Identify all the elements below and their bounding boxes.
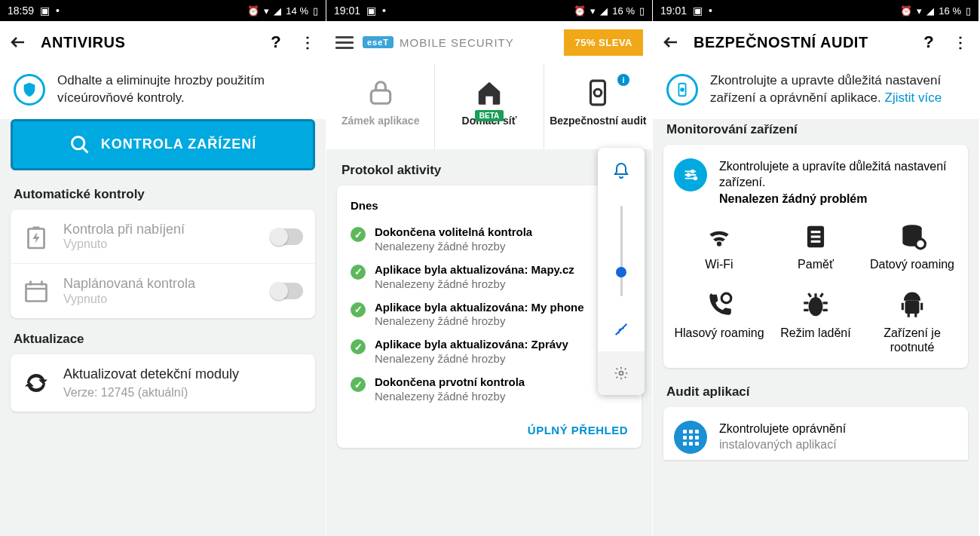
grid-item-debug[interactable]: Režim ladění (770, 291, 861, 354)
lock-icon (366, 78, 395, 107)
learn-more-link[interactable]: Zjistit více (885, 90, 942, 105)
info-row: Odhalte a eliminujte hrozby použitím víc… (0, 63, 326, 119)
svg-rect-14 (811, 235, 821, 237)
slider-thumb[interactable] (616, 267, 626, 277)
help-icon[interactable]: ? (920, 33, 938, 51)
app-bar: eseT MOBILE SECURITY 75% SLEVA (326, 21, 652, 63)
shield-icon (14, 74, 45, 106)
status-battery: 16 % (612, 5, 635, 17)
vertical-slider[interactable] (598, 194, 645, 308)
page-title: BEZPEČNOSTNÍ AUDIT (694, 34, 906, 51)
activity-item[interactable]: Dokončena volitelná kontrola Nenalezeny … (351, 225, 639, 253)
dot-icon: • (709, 5, 712, 17)
settings-button[interactable] (598, 351, 645, 395)
activity-item[interactable]: Aplikace byla aktualizována: My phone Ne… (351, 301, 639, 328)
apps-audit-card[interactable]: Zkontrolujete oprávnění instalovaných ap… (663, 407, 968, 460)
toggle-switch[interactable] (271, 283, 303, 299)
status-time: 18:59 (8, 5, 34, 17)
svg-point-6 (620, 372, 623, 375)
status-battery: 14 % (286, 5, 308, 17)
menu-icon[interactable] (335, 36, 354, 49)
status-time: 19:01 (660, 5, 687, 17)
grid-item-voice-roaming[interactable]: Hlasový roaming (674, 291, 764, 354)
check-icon (351, 339, 366, 354)
wifi-icon: ▾ (264, 5, 269, 17)
app-bar: BEZPEČNOSTNÍ AUDIT ? ⋮ (653, 21, 978, 63)
alarm-icon: ⏰ (574, 5, 586, 17)
activity-item[interactable]: Dokončena prvotní kontrola Nenalezeny žá… (351, 375, 639, 403)
toggle-sub: Vypnuto (63, 293, 258, 306)
toggle-scheduled-scan[interactable]: Naplánovaná kontrola Vypnuto (11, 264, 315, 318)
screen-antivirus: 18:59 ▣ • ⏰ ▾ ◢ 14 % ▯ ANTIVIRUS ? ⋮ Odh… (0, 0, 326, 536)
grid-item-wifi[interactable]: Wi-Fi (674, 222, 764, 271)
update-sub: Verze: 12745 (aktuální) (63, 386, 239, 400)
help-icon[interactable]: ? (267, 33, 285, 51)
toggle-title: Kontrola při nabíjení (63, 222, 258, 238)
home-icon (475, 78, 504, 107)
svg-point-0 (72, 136, 84, 149)
bell-button[interactable] (598, 148, 645, 194)
more-icon[interactable]: ⋮ (951, 33, 969, 51)
more-icon[interactable]: ⋮ (299, 33, 317, 51)
svg-rect-4 (591, 81, 605, 105)
toggle-switch[interactable] (271, 228, 303, 245)
android-icon (898, 291, 926, 320)
grid-label: Datový roaming (870, 257, 954, 271)
grid-item-memory[interactable]: Paměť (770, 222, 861, 271)
status-bar: 18:59 ▣ • ⏰ ▾ ◢ 14 % ▯ (0, 0, 326, 21)
wifi-icon: ▾ (917, 5, 922, 17)
screen-home: 19:01 ▣ • ⏰ ▾ ◢ 16 % ▯ eseT MOBILE SECUR… (326, 0, 653, 536)
image-icon: ▣ (693, 5, 703, 17)
grid-label: Zařízení je rootnuté (867, 326, 957, 354)
grid-item-data-roaming[interactable]: Datový roaming (867, 222, 957, 271)
apps-audit-l2: instalovaných aplikací (719, 437, 846, 453)
back-icon[interactable] (662, 33, 680, 51)
tab-app-lock[interactable]: Zámek aplikace (326, 63, 435, 149)
info-text: Zkontrolujte a upravte důležitá nastaven… (710, 72, 965, 107)
audit-icon (666, 74, 698, 106)
mute-button[interactable] (598, 308, 645, 351)
beta-badge: BETA (475, 110, 504, 121)
back-icon[interactable] (9, 33, 27, 51)
svg-point-10 (687, 173, 690, 176)
gear-icon (614, 366, 629, 381)
phone-globe-icon (705, 291, 733, 320)
grid-item-root[interactable]: Zařízení je rootnuté (867, 291, 957, 354)
signal-icon: ◢ (600, 5, 608, 17)
grid-label: Wi-Fi (705, 257, 733, 271)
tab-label: Bezpečnostní audit (547, 115, 649, 127)
toggle-charging-scan[interactable]: Kontrola při nabíjení Vypnuto (11, 210, 315, 265)
svg-point-18 (721, 293, 731, 303)
svg-rect-3 (371, 90, 390, 103)
section-heading-monitor: Monitorování zařízení (653, 119, 978, 145)
full-overview-link[interactable]: ÚPLNÝ PŘEHLED (528, 424, 628, 436)
update-card[interactable]: Aktualizovat detekční moduly Verze: 1274… (11, 354, 315, 412)
alarm-icon: ⏰ (247, 5, 259, 17)
tab-home-network[interactable]: BETA Domácí síť (435, 63, 544, 149)
wifi-icon: ▾ (590, 5, 596, 17)
signal-icon: ◢ (274, 5, 281, 17)
refresh-icon (23, 369, 50, 397)
promo-badge[interactable]: 75% SLEVA (564, 29, 643, 56)
info-text: Odhalte a eliminujte hrozby použitím víc… (57, 72, 312, 107)
scan-button[interactable]: KONTROLA ZAŘÍZENÍ (11, 119, 315, 170)
activity-day: Dnes (351, 199, 639, 212)
apps-audit-l1: Zkontrolujete oprávnění (719, 421, 846, 437)
svg-rect-2 (26, 284, 47, 302)
brand-eset: eseT (363, 36, 394, 48)
alarm-icon: ⏰ (900, 5, 912, 17)
activity-title: Dokončena prvotní kontrola (375, 375, 595, 390)
tab-security-audit[interactable]: i Bezpečnostní audit (544, 63, 652, 149)
check-icon (351, 377, 366, 392)
activity-item[interactable]: Aplikace byla aktualizována: Mapy.cz Nen… (351, 263, 639, 290)
battery-icon: ▯ (966, 5, 971, 17)
activity-item[interactable]: Aplikace byla aktualizována: Zprávy Nena… (351, 338, 639, 365)
screen-audit: 19:01 ▣ • ⏰ ▾ ◢ 16 % ▯ BEZPEČNOSTNÍ AUDI… (653, 0, 979, 536)
check-icon (351, 265, 366, 280)
svg-point-17 (916, 239, 926, 249)
monitor-desc: Zkontrolujete a upravíte důležitá nastav… (719, 158, 957, 191)
tab-label: Zámek aplikace (338, 115, 423, 127)
check-icon (351, 302, 366, 317)
signal-icon: ◢ (926, 5, 934, 17)
tabs: Zámek aplikace BETA Domácí síť i Bezpečn… (326, 63, 652, 149)
